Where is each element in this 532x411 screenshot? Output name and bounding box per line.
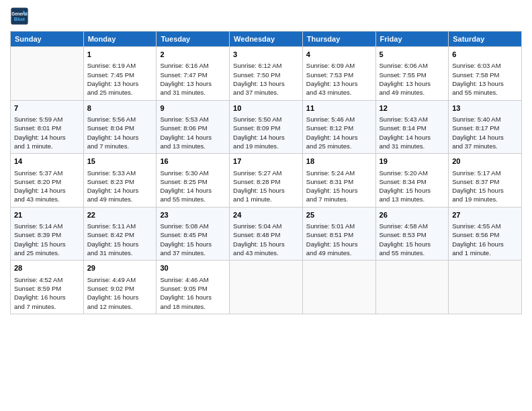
day-number: 12 xyxy=(380,103,445,113)
logo: General Blue xyxy=(10,7,29,26)
cell-line: Daylight: 14 hours xyxy=(14,133,80,142)
cell-line: Sunrise: 4:46 AM xyxy=(160,275,226,284)
calendar-cell xyxy=(230,261,303,314)
day-number: 20 xyxy=(452,156,518,167)
cell-line: Daylight: 13 hours xyxy=(380,79,445,88)
cell-line: and 49 minutes. xyxy=(87,195,153,203)
cell-line: Daylight: 14 hours xyxy=(452,133,518,142)
calendar-cell: 21Sunrise: 5:14 AMSunset: 8:39 PMDayligh… xyxy=(11,207,84,261)
cell-line: Sunrise: 4:55 AM xyxy=(452,222,518,230)
calendar-cell: 6Sunrise: 6:03 AMSunset: 7:58 PMDaylight… xyxy=(449,47,522,101)
cell-line: Sunset: 7:58 PM xyxy=(452,71,518,79)
cell-line: and 31 minutes. xyxy=(380,142,445,150)
cell-line: Sunset: 9:05 PM xyxy=(160,284,226,293)
calendar-cell xyxy=(449,261,522,314)
day-number: 14 xyxy=(14,156,80,167)
calendar-cell xyxy=(375,261,449,314)
cell-line: Daylight: 14 hours xyxy=(380,133,445,142)
cell-line: and 13 minutes. xyxy=(160,142,226,150)
cell-line: and 1 minute. xyxy=(233,195,299,203)
cell-line: Sunrise: 5:53 AM xyxy=(160,115,226,124)
calendar-cell: 27Sunrise: 4:55 AMSunset: 8:56 PMDayligh… xyxy=(449,207,522,261)
calendar-cell xyxy=(11,47,84,101)
svg-text:Blue: Blue xyxy=(14,16,26,22)
cell-line: Sunrise: 5:33 AM xyxy=(87,169,153,177)
calendar-cell: 12Sunrise: 5:43 AMSunset: 8:14 PMDayligh… xyxy=(375,100,449,154)
cell-line: Daylight: 15 hours xyxy=(306,240,372,248)
cell-line: Sunrise: 6:16 AM xyxy=(160,61,226,70)
cell-line: Sunrise: 5:30 AM xyxy=(160,169,226,177)
cell-line: Sunset: 8:53 PM xyxy=(380,230,445,239)
cell-line: Sunrise: 5:50 AM xyxy=(233,115,299,124)
calendar-cell: 10Sunrise: 5:50 AMSunset: 8:09 PMDayligh… xyxy=(230,100,303,154)
header-row: SundayMondayTuesdayWednesdayThursdayFrid… xyxy=(11,32,522,47)
cell-line: Sunrise: 5:01 AM xyxy=(306,222,372,230)
day-number: 21 xyxy=(14,210,80,220)
calendar-cell: 22Sunrise: 5:11 AMSunset: 8:42 PMDayligh… xyxy=(83,207,157,261)
header: General Blue xyxy=(10,7,522,26)
day-number: 8 xyxy=(87,103,153,113)
cell-line: and 25 minutes. xyxy=(306,142,372,150)
cell-line: Daylight: 16 hours xyxy=(87,293,153,302)
day-number: 11 xyxy=(306,103,372,113)
calendar-cell: 29Sunrise: 4:49 AMSunset: 9:02 PMDayligh… xyxy=(83,261,157,314)
cell-line: and 25 minutes. xyxy=(87,88,153,97)
calendar-header: SundayMondayTuesdayWednesdayThursdayFrid… xyxy=(11,32,522,47)
cell-line: and 55 minutes. xyxy=(452,88,518,97)
cell-line: Sunrise: 5:08 AM xyxy=(160,222,226,230)
week-row-3: 14Sunrise: 5:37 AMSunset: 8:20 PMDayligh… xyxy=(11,154,522,208)
day-number: 16 xyxy=(160,156,226,167)
cell-line: Daylight: 13 hours xyxy=(233,79,299,88)
cell-line: and 49 minutes. xyxy=(380,88,445,97)
header-friday: Friday xyxy=(375,32,449,47)
calendar-cell: 9Sunrise: 5:53 AMSunset: 8:06 PMDaylight… xyxy=(157,100,230,154)
cell-line: Sunrise: 5:46 AM xyxy=(306,115,372,124)
cell-line: and 1 minute. xyxy=(14,142,80,150)
cell-line: Sunrise: 6:19 AM xyxy=(87,61,153,70)
cell-line: Sunrise: 5:43 AM xyxy=(380,115,445,124)
cell-line: Sunset: 8:23 PM xyxy=(87,177,153,186)
cell-line: Sunset: 8:34 PM xyxy=(380,177,445,186)
day-number: 18 xyxy=(306,156,372,167)
cell-line: Sunset: 8:14 PM xyxy=(380,124,445,132)
cell-line: Sunset: 7:45 PM xyxy=(87,71,153,79)
cell-line: Sunset: 8:12 PM xyxy=(306,124,372,132)
day-number: 10 xyxy=(233,103,299,113)
calendar-cell: 28Sunrise: 4:52 AMSunset: 8:59 PMDayligh… xyxy=(11,261,84,314)
calendar-cell: 8Sunrise: 5:56 AMSunset: 8:04 PMDaylight… xyxy=(83,100,157,154)
calendar-cell: 1Sunrise: 6:19 AMSunset: 7:45 PMDaylight… xyxy=(83,47,157,101)
calendar-body: 1Sunrise: 6:19 AMSunset: 7:45 PMDaylight… xyxy=(11,47,522,314)
calendar-cell: 15Sunrise: 5:33 AMSunset: 8:23 PMDayligh… xyxy=(83,154,157,208)
cell-line: Sunset: 8:28 PM xyxy=(233,177,299,186)
calendar-cell: 13Sunrise: 5:40 AMSunset: 8:17 PMDayligh… xyxy=(449,100,522,154)
header-wednesday: Wednesday xyxy=(230,32,303,47)
cell-line: Sunrise: 5:27 AM xyxy=(233,169,299,177)
week-row-4: 21Sunrise: 5:14 AMSunset: 8:39 PMDayligh… xyxy=(11,207,522,261)
cell-line: Sunset: 8:56 PM xyxy=(452,230,518,239)
calendar-cell: 14Sunrise: 5:37 AMSunset: 8:20 PMDayligh… xyxy=(11,154,84,208)
header-tuesday: Tuesday xyxy=(157,32,230,47)
day-number: 6 xyxy=(452,50,518,60)
cell-line: Sunset: 8:06 PM xyxy=(160,124,226,132)
day-number: 4 xyxy=(306,50,372,60)
cell-line: and 43 minutes. xyxy=(14,195,80,203)
cell-line: Sunrise: 5:37 AM xyxy=(14,169,80,177)
cell-line: and 12 minutes. xyxy=(87,302,153,311)
day-number: 13 xyxy=(452,103,518,113)
cell-line: Daylight: 14 hours xyxy=(160,186,226,195)
cell-line: Sunset: 8:48 PM xyxy=(233,230,299,239)
cell-line: and 7 minutes. xyxy=(306,195,372,203)
cell-line: and 25 minutes. xyxy=(14,248,80,257)
cell-line: Sunset: 8:51 PM xyxy=(306,230,372,239)
cell-line: Daylight: 13 hours xyxy=(87,79,153,88)
cell-line: and 7 minutes. xyxy=(87,142,153,150)
cell-line: Sunset: 8:25 PM xyxy=(160,177,226,186)
cell-line: Daylight: 14 hours xyxy=(87,186,153,195)
cell-line: and 37 minutes. xyxy=(233,88,299,97)
calendar-cell: 26Sunrise: 4:58 AMSunset: 8:53 PMDayligh… xyxy=(375,207,449,261)
logo-icon: General Blue xyxy=(10,7,29,26)
cell-line: Daylight: 14 hours xyxy=(160,133,226,142)
calendar-cell: 23Sunrise: 5:08 AMSunset: 8:45 PMDayligh… xyxy=(157,207,230,261)
header-monday: Monday xyxy=(83,32,157,47)
calendar-table: SundayMondayTuesdayWednesdayThursdayFrid… xyxy=(10,31,522,314)
